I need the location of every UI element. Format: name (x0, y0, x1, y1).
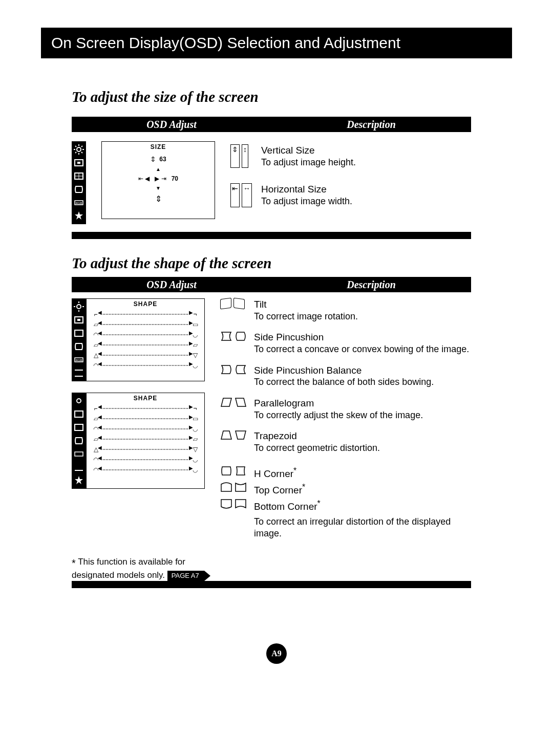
footnote-star: * (72, 557, 76, 569)
osd-sidebar (72, 393, 86, 489)
section1-column-headers: OSD Adjust Description (72, 117, 471, 132)
position-icon (73, 408, 85, 420)
vsize-large-icon: ⇕ (155, 194, 162, 204)
vertical-size-title: Vertical Size (261, 144, 356, 157)
size-icon (73, 421, 85, 434)
bottom-corner-title: Bottom Corner* (254, 499, 321, 513)
position-icon (73, 314, 85, 326)
side-pincushion-icons (220, 331, 249, 355)
rgb-icon (73, 448, 85, 460)
corner-body: To correct an irregular distortion of th… (254, 516, 471, 539)
up-arrow-icon: ▲ (156, 166, 161, 172)
hsize-value: 70 (172, 175, 178, 182)
down-arrow-icon: ▼ (156, 185, 161, 191)
osd-shape-title-1: SHAPE (87, 299, 204, 309)
osd-shape-title-2: SHAPE (87, 393, 204, 403)
parallelogram-title: Parallelogram (254, 397, 423, 409)
special-icon (73, 210, 85, 222)
vertical-size-icons: ⇕ ↕ (230, 144, 256, 168)
page-number-badge: A9 (266, 643, 287, 664)
osd-sidebar: RGB (72, 141, 86, 224)
svg-line-8 (81, 146, 82, 147)
rgb-icon: RGB (73, 354, 85, 366)
parallelogram-body: To correctly adjust the skew of the imag… (254, 409, 423, 421)
vertical-size-body: To adjust image height. (261, 157, 356, 168)
col-header-osd-adjust: OSD Adjust (72, 277, 271, 292)
page-ref-badge: PAGE A7 (167, 571, 204, 581)
tilt-title: Tilt (254, 298, 358, 311)
tilt-icons (220, 298, 249, 322)
trapezoid-title: Trapezoid (254, 430, 380, 442)
shape-icon (73, 183, 85, 196)
vsize-small-icon: ⇕ (150, 155, 156, 163)
h-corner-icons (220, 466, 249, 480)
h-corner-title: H Corner* (254, 466, 296, 480)
section-divider (72, 232, 471, 239)
pincushion-balance-icons (220, 364, 249, 388)
brightness-icon (73, 395, 85, 407)
position-icon (73, 157, 85, 169)
svg-rect-10 (77, 162, 80, 164)
svg-line-7 (75, 152, 76, 153)
page-title-text: On Screen Display(OSD) Selection and Adj… (51, 34, 400, 52)
shape-icon (73, 340, 85, 353)
section-divider-bottom (72, 581, 471, 588)
osd-shape-panel-1: SHAPE ⌐¬ ▱▭ ◠◡ ▱▱ △▽ ◠◡ (86, 298, 205, 381)
horizontal-size-title: Horizontal Size (261, 183, 352, 196)
horizontal-size-icons: ⇤ ↔ (230, 183, 256, 207)
osd-shape-panel-2: SHAPE ⌐¬ ▱▭ ◠◡ ▱▱ △▽ ◠◡ ◠◡ (86, 393, 205, 489)
svg-point-14 (77, 305, 81, 309)
osd-sidebar: RGB (72, 298, 86, 381)
svg-rect-20 (77, 319, 80, 321)
svg-text:RGB: RGB (75, 359, 82, 362)
vsize-value: 63 (159, 156, 166, 163)
svg-rect-27 (75, 452, 83, 456)
svg-text:RGB: RGB (75, 202, 82, 205)
tilt-body: To correct image rotation. (254, 311, 358, 322)
trapezoid-icons (220, 430, 249, 453)
trapezoid-body: To correct geometric distortion. (254, 442, 380, 454)
size-icon (73, 170, 85, 182)
rgb-icon: RGB (73, 197, 85, 209)
brightness-icon (73, 300, 85, 313)
section2-heading: To adjust the shape of the screen (72, 251, 471, 276)
size-icon (73, 327, 85, 339)
col-header-description: Description (271, 117, 471, 132)
section2-column-headers: OSD Adjust Description (72, 277, 471, 292)
pincushion-balance-body: To correct the balance of both sides bow… (254, 376, 434, 388)
bottom-corner-icons (220, 499, 249, 513)
side-pincushion-title: Side Pincushion (254, 331, 469, 343)
footnote: * This function is available for designa… (72, 556, 205, 581)
pincushion-balance-title: Side Pincushion Balance (254, 364, 434, 377)
top-corner-icons (220, 482, 249, 496)
svg-line-6 (81, 152, 82, 153)
special-icon (73, 474, 85, 487)
setup-icon (73, 461, 85, 473)
brightness-icon (73, 143, 85, 156)
hsize-dec-icon: ⇤ ◀ (138, 175, 150, 182)
osd-size-title: SIZE (102, 142, 215, 152)
page-title-bar: On Screen Display(OSD) Selection and Adj… (41, 28, 512, 58)
side-pincushion-body: To correct a concave or convex bowing of… (254, 343, 469, 355)
top-corner-title: Top Corner* (254, 482, 305, 496)
svg-line-5 (75, 146, 76, 147)
setup-icon (73, 367, 85, 379)
svg-point-0 (77, 147, 81, 152)
svg-rect-21 (75, 330, 83, 336)
section1-heading: To adjust the size of the screen (72, 84, 471, 110)
parallelogram-icons (220, 397, 249, 421)
horizontal-size-body: To adjust image width. (261, 196, 352, 207)
svg-rect-26 (75, 424, 83, 430)
col-header-description: Description (271, 277, 471, 292)
col-header-osd-adjust: OSD Adjust (72, 117, 271, 132)
osd-size-panel: SIZE ⇕ 63 ▲ ⇤ ◀ ▶ ⇥ 70 ▼ ⇕ (101, 141, 215, 219)
hsize-inc-icon: ▶ ⇥ (155, 175, 166, 182)
shape-icon (73, 435, 85, 447)
svg-point-24 (77, 399, 81, 403)
svg-rect-25 (75, 411, 83, 417)
